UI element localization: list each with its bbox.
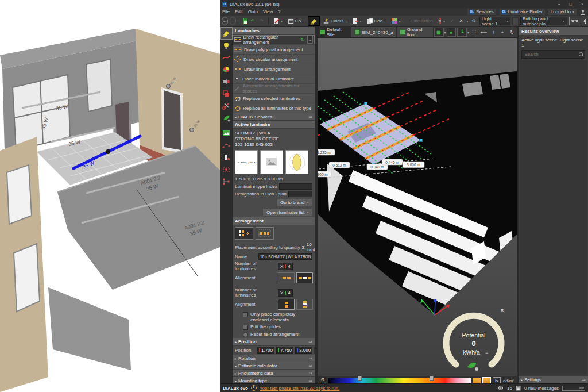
tool-light-points[interactable] — [220, 140, 232, 151]
maximize-button[interactable]: □ — [567, 2, 574, 7]
dwg-designation-input[interactable] — [288, 191, 312, 197]
light-scene-select[interactable]: Light scene 1 ▾ — [479, 17, 511, 25]
color-swatch-button[interactable] — [473, 378, 481, 384]
minimize-button[interactable]: − — [556, 2, 563, 7]
scene-3d[interactable]: 1.225 m 0.612 m 4.900 m 0.840 m 0.440 m … — [318, 38, 517, 376]
search-input[interactable] — [524, 51, 577, 57]
light-mode-button[interactable] — [308, 17, 319, 25]
section-photometric-data[interactable]: ▸Photometric data ⇒ — [233, 370, 315, 377]
align-y-center-button[interactable] — [296, 299, 313, 310]
tool-draw-line[interactable]: Draw line arrangement — [233, 64, 315, 74]
construction-button[interactable]: Co... — [286, 17, 307, 25]
activity-wheel-icon[interactable] — [498, 385, 504, 391]
luminaire-finder-button[interactable]: DL Luminaire Finder — [500, 9, 545, 15]
viewport-canvas[interactable]: 1.225 m 0.612 m 4.900 m 0.840 m 0.440 m … — [318, 38, 517, 376]
save-icon[interactable] — [242, 18, 247, 25]
tab-ground-floor[interactable]: Ground floor — [397, 27, 434, 37]
rotate-view-button[interactable]: ↻ — [508, 28, 516, 36]
documentation-button[interactable]: Doc... — [365, 17, 388, 25]
position-x-input[interactable]: 1.700 — [257, 347, 274, 354]
position-y-input[interactable]: 7.750 — [276, 347, 293, 354]
gauge-close-icon[interactable]: × — [500, 306, 504, 314]
tool-energy[interactable] — [220, 112, 232, 124]
polar-diagram-thumb[interactable] — [285, 150, 308, 174]
refresh-icon[interactable]: ↻ — [300, 37, 305, 43]
position-header[interactable]: ▸ Position ⇒ — [233, 338, 315, 346]
tool-cables[interactable] — [220, 52, 232, 63]
zoom-in-button[interactable]: + — [498, 28, 506, 36]
tool-draw-circular[interactable]: Draw circular arrangement — [233, 55, 315, 64]
workspace-select[interactable]: Building and outdoor pla... ▾ — [520, 17, 567, 25]
type-index-input[interactable] — [279, 183, 312, 190]
dialux-services-header[interactable]: ▸ DIALux Services ⇒ — [233, 113, 315, 121]
calculate-button[interactable]: Calculation — [408, 17, 435, 25]
tool-colors[interactable] — [220, 64, 232, 75]
checkbox-icon[interactable] — [243, 325, 248, 330]
tool-branch[interactable] — [220, 176, 232, 187]
placement-mode-row[interactable]: Placement according to quantity Σ 16 lum… — [233, 241, 315, 253]
user-icon[interactable] — [580, 9, 586, 15]
redo-button[interactable]: ↷ — [258, 17, 265, 25]
enclosed-elements-checkbox-row[interactable]: Only place completely enclosed elements — [233, 310, 315, 323]
zoom-fit-button[interactable]: ⛶ — [470, 28, 478, 36]
tool-projector[interactable] — [220, 76, 232, 87]
notifications-bell-icon[interactable] — [583, 18, 586, 24]
checkbox-icon[interactable] — [243, 312, 248, 317]
field-arrangement-button[interactable] — [235, 227, 253, 240]
messages-status[interactable]: 0 new messages — [524, 386, 559, 391]
apply-button[interactable]: ✓ — [448, 17, 456, 25]
tool-lamps[interactable] — [220, 40, 232, 51]
section-view-button[interactable]: ┗ — [457, 28, 467, 37]
floor-plan-view-button[interactable]: ▦ — [434, 28, 444, 37]
issues-button[interactable]: ! — [489, 28, 498, 36]
scale-handle-low[interactable] — [358, 376, 362, 381]
tool-automatic-arrangements[interactable]: Automatic arrangements for spaces — [233, 84, 315, 94]
menu-view[interactable]: View — [263, 9, 273, 14]
logged-in-menu[interactable]: Logged in ▾ — [548, 9, 577, 15]
color-swatch-selected[interactable] — [483, 378, 490, 384]
section-rotation[interactable]: ▸Rotation ⇒ — [233, 355, 315, 362]
tool-draw-polygonal[interactable]: Draw polygonal arrangement — [233, 45, 315, 55]
photo-thumb[interactable] — [260, 150, 283, 174]
brand-logo-thumb[interactable]: SCHMITZ | WILA — [235, 150, 258, 174]
reset-field-row[interactable]: Reset field arrangement — [233, 330, 315, 338]
section-mounting-type[interactable]: ▸Mounting type ⇒ — [233, 377, 315, 383]
position-z-input[interactable]: 3.000 — [295, 347, 312, 354]
tool-replace-all-of-type[interactable]: Replace all luminaires of this type — [233, 103, 315, 113]
view-3d-button[interactable]: ■ — [447, 28, 457, 37]
menu-help[interactable]: ? — [278, 9, 280, 14]
tool-draw-rectangular[interactable]: Draw rectangular arrangement ↻ – — [233, 35, 315, 45]
tool-column[interactable] — [220, 152, 232, 163]
gauge-menu-icon[interactable]: ≡ — [485, 350, 488, 356]
row-arrangement-button[interactable] — [256, 227, 274, 240]
edit-guides-checkbox-row[interactable]: Edit the guides — [233, 323, 315, 330]
back-button[interactable]: ← — [222, 17, 228, 25]
tab-default-site[interactable]: Default Site — [318, 27, 351, 37]
mosaic-view-button[interactable]: ▾ — [389, 17, 402, 25]
tab-bim-file[interactable]: BIM_240430_a — [351, 27, 396, 37]
align-x-center-button[interactable] — [296, 272, 313, 283]
cdm2-unit-label[interactable]: cd/m² — [503, 378, 514, 383]
reset-icon[interactable] — [243, 332, 248, 337]
close-button[interactable]: × — [579, 2, 586, 7]
trial-link[interactable]: Your test phase still has 30 days to run… — [260, 386, 339, 391]
services-button[interactable]: DL Services — [467, 9, 496, 15]
count-y-input[interactable]: Y 4 — [278, 289, 293, 297]
visualisation-button[interactable] — [569, 17, 581, 25]
menu-edit[interactable]: Edit — [235, 9, 243, 14]
tool-copy-arrangement[interactable] — [220, 88, 232, 99]
export-button[interactable]: ▾ — [351, 17, 363, 25]
cancel-tool-button[interactable]: ✕ — [458, 17, 465, 25]
false-color-scale[interactable] — [328, 378, 471, 383]
undo-button[interactable]: ↶ — [249, 17, 257, 25]
tool-luminaires[interactable] — [220, 28, 232, 39]
forward-button[interactable]: → — [230, 17, 236, 25]
menu-file[interactable]: File — [222, 9, 230, 14]
settings-section-header[interactable]: ▸ Settings ⇒ — [519, 376, 588, 383]
count-x-input[interactable]: X 4 — [278, 263, 293, 270]
arrangement-name-input[interactable] — [258, 253, 312, 260]
go-to-brand-button[interactable]: Go to brand › — [276, 199, 312, 206]
construction-mode-button[interactable]: ▾ — [272, 17, 284, 25]
save-state-icon[interactable] — [516, 386, 521, 391]
calculation-objects-button[interactable]: Calcul... — [321, 17, 349, 25]
